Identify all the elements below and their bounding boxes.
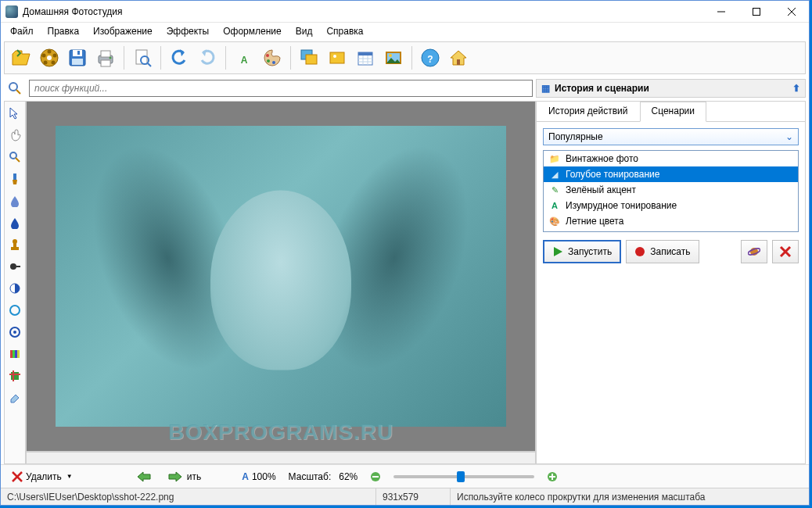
svg-point-6 [48,50,52,54]
preset-item-emerald-toning[interactable]: AИзумрудное тонирование [544,198,798,213]
right-panel-header[interactable]: ▦ История и сценарии ⬆ [536,79,806,98]
horizontal-scrollbar[interactable] [26,452,536,464]
zoom-tool[interactable] [6,148,23,166]
zoom-out-button[interactable] [365,470,386,484]
panel-tabs: История действий Сценарии [537,102,805,122]
close-button[interactable] [774,1,809,23]
search-row: ▦ История и сценарии ⬆ [4,77,806,99]
landscape-button[interactable] [380,45,407,71]
help-button[interactable]: ? [417,45,444,71]
gradient-tool[interactable] [6,345,23,363]
save-button[interactable] [64,45,91,71]
redo-button[interactable] [194,45,221,71]
menu-edit[interactable]: Правка [41,24,86,38]
main-area: BOXPROGRAMS.RU История действий Сценарии… [4,101,806,464]
stamp-tool[interactable] [6,236,23,253]
tool-palette [4,101,26,464]
images-button[interactable] [296,45,322,71]
svg-point-50 [10,263,16,270]
zoom-slider[interactable] [393,475,534,478]
blur-tool[interactable] [6,324,23,341]
dropdown-arrow-icon: ▼ [66,473,73,480]
settings-button[interactable] [741,240,767,263]
menu-file[interactable]: Файл [4,24,40,38]
delete-button[interactable]: Удалить ▼ [7,470,77,484]
eraser-tool[interactable] [6,389,23,406]
collapse-icon[interactable]: ⬆ [792,83,800,94]
prev-image-button[interactable] [132,470,156,484]
svg-rect-62 [13,370,14,381]
svg-text:A: A [241,55,248,66]
sharpen-tool[interactable] [6,302,23,319]
app-title: Домашняя Фотостудия [23,6,703,17]
preset-item-summer-colors[interactable]: 🎨Летние цвета [544,213,798,229]
undo-button[interactable] [166,45,192,71]
preset-list[interactable]: 📁Винтажное фото ◢Голубое тонирование ✎Зе… [543,150,799,232]
preset-category-dropdown[interactable]: Популярные ⌄ [543,128,799,145]
svg-point-5 [47,55,52,60]
contrast-tool[interactable] [6,280,23,297]
home-button[interactable] [445,45,472,71]
dodge-tool[interactable] [6,258,23,275]
app-window: Домашняя Фотостудия Файл Правка Изображе… [0,0,810,506]
svg-rect-28 [330,52,344,63]
preset-item-green-accent[interactable]: ✎Зелёный акцент [544,182,798,198]
svg-rect-60 [11,372,19,380]
calendar-button[interactable] [352,45,379,71]
svg-rect-59 [17,350,20,358]
zoom-in-button[interactable] [542,470,562,484]
zoom-value: 62% [339,471,357,482]
record-button[interactable]: Записать [626,240,699,263]
text-tool-button[interactable]: A [231,45,257,71]
svg-text:?: ? [427,54,433,65]
svg-rect-13 [77,51,80,55]
preview-button[interactable] [129,45,156,71]
palette-button[interactable] [259,45,286,71]
hand-tool[interactable] [6,127,23,144]
svg-rect-31 [358,52,372,55]
next-image-button[interactable]: ить [163,470,206,484]
menu-decorate[interactable]: Оформление [217,24,287,38]
letter-a-icon: A [242,471,249,482]
delete-preset-button[interactable] [772,240,799,263]
svg-point-18 [110,57,112,59]
shape-tool[interactable] [6,214,23,231]
letter-a-icon: A [548,199,561,212]
svg-rect-17 [101,60,110,66]
menu-image[interactable]: Изображение [87,24,159,38]
drop-tool[interactable] [6,192,23,209]
svg-point-23 [266,54,269,57]
canvas[interactable]: BOXPROGRAMS.RU [26,101,536,452]
zoom-100-button[interactable]: A100% [237,470,280,484]
maximize-button[interactable] [738,1,774,23]
run-button[interactable]: Запустить [543,240,621,263]
svg-rect-27 [306,55,317,64]
canvas-image [56,126,506,427]
svg-point-44 [10,152,16,159]
menu-view[interactable]: Вид [289,24,319,38]
svg-point-10 [42,54,46,58]
triangle-icon: ◢ [548,168,561,181]
cursor-tool[interactable] [6,105,23,122]
x-icon [12,471,23,482]
record-icon [634,246,645,257]
tab-history[interactable]: История действий [537,102,640,121]
preset-item-blue-toning[interactable]: ◢Голубое тонирование [544,166,798,182]
brush-tool[interactable] [6,170,23,188]
minimize-button[interactable] [703,1,738,23]
menu-effects[interactable]: Эффекты [160,24,216,38]
tab-scenarios[interactable]: Сценарии [640,102,706,122]
film-button[interactable] [36,45,63,71]
preset-item-vintage[interactable]: 📁Винтажное фото [544,151,798,166]
search-input[interactable] [29,80,533,97]
zoom-slider-thumb[interactable] [457,471,465,482]
menu-help[interactable]: Справка [320,24,369,38]
svg-line-45 [16,158,20,162]
title-bar: Домашняя Фотостудия [1,1,809,23]
crop-tool[interactable] [6,367,23,385]
svg-point-53 [10,306,20,315]
open-button[interactable] [8,45,34,71]
image-button[interactable] [324,45,350,71]
print-button[interactable] [92,45,119,71]
right-panel: История действий Сценарии Популярные ⌄ 📁… [536,101,806,464]
